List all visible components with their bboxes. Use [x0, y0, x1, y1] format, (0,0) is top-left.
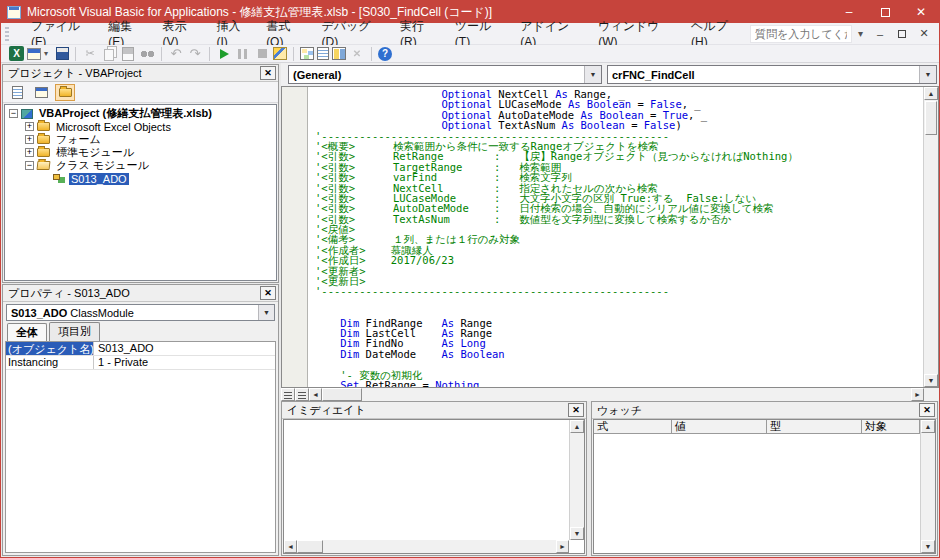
view-code-button[interactable] [7, 84, 27, 101]
properties-object-combo[interactable]: S013_ADO ClassModule ▼ [6, 304, 275, 321]
properties-panel-titlebar[interactable]: プロパティ - S013_ADO ✕ [3, 285, 278, 302]
immediate-panel-titlebar[interactable]: イミディエイト ✕ [282, 402, 586, 419]
immediate-body[interactable]: ▲ ▼ ◄ ► [283, 419, 585, 554]
procedure-combo[interactable]: crFNC_FindCell ▼ [607, 65, 937, 84]
scrollbar-thumb[interactable] [322, 388, 362, 401]
tree-item-label: S013_ADO [69, 173, 129, 185]
view-object-button[interactable] [31, 84, 51, 101]
scrollbar-thumb[interactable] [297, 540, 323, 553]
tree-item[interactable]: −VBAProject (修繕支払管理表.xlsb) [5, 107, 276, 120]
full-module-view-button[interactable] [295, 388, 309, 401]
expand-icon[interactable]: + [25, 122, 34, 131]
close-button[interactable]: ✕ [903, 1, 939, 23]
undo-icon: ↶ [168, 46, 184, 62]
collapse-icon[interactable]: − [25, 161, 34, 170]
menu-bar: ファイル(F)編集(E)表示(V)挿入(I)書式(O)デバッグ(D)実行(R)ツ… [1, 23, 939, 45]
expand-icon[interactable]: + [25, 135, 34, 144]
scrollbar-track[interactable] [323, 540, 556, 553]
menu-grip-handle[interactable] [5, 27, 9, 41]
help-icon[interactable]: ? [378, 47, 392, 61]
scrollbar-track[interactable] [362, 388, 911, 401]
tree-item[interactable]: +フォーム [5, 133, 276, 146]
immediate-horizontal-scrollbar[interactable]: ◄ ► [284, 540, 569, 553]
code-line: '---------------------------------------… [315, 286, 921, 296]
scrollbar-thumb[interactable] [925, 101, 937, 135]
watch-vertical-scrollbar[interactable]: ▲ ▼ [920, 420, 935, 553]
mdi-restore-button[interactable] [891, 25, 913, 43]
code-vertical-scrollbar[interactable]: ▲ ▼ [923, 87, 938, 387]
scrollbar-corner [924, 388, 939, 401]
properties-tabs: 全体項目別 [5, 324, 276, 341]
immediate-close-button[interactable]: ✕ [568, 403, 584, 417]
scroll-down-icon[interactable]: ▼ [570, 527, 584, 540]
immediate-vertical-scrollbar[interactable]: ▲ ▼ [569, 420, 584, 540]
view-object-icon [35, 87, 48, 98]
help-search-input[interactable] [750, 25, 852, 43]
folder-icon [37, 148, 50, 157]
mdi-minimize-button[interactable]: – [869, 25, 891, 43]
tab-categorized[interactable]: 項目別 [49, 322, 100, 341]
watch-column-header[interactable]: 型 [767, 420, 862, 433]
watch-body[interactable]: 式値型対象 ▲ ▼ [593, 419, 936, 554]
project-icon [21, 109, 33, 119]
standard-toolbar: X▾✂↶↷✕? [1, 45, 939, 63]
code-editor[interactable]: Optional NextCell As Range, _ Optional L… [281, 86, 939, 388]
object-browser-icon[interactable] [332, 47, 346, 60]
combo-dropdown-icon[interactable]: ▼ [584, 66, 601, 83]
folder-icon [37, 135, 50, 144]
scroll-left-icon[interactable]: ◄ [309, 388, 322, 401]
collapse-icon[interactable]: − [9, 109, 18, 118]
code-text[interactable]: Optional NextCell As Range, _ Optional L… [315, 89, 921, 387]
project-close-button[interactable]: ✕ [260, 66, 276, 80]
scroll-right-icon[interactable]: ► [911, 388, 924, 401]
view-excel-icon[interactable]: X [9, 46, 24, 61]
scroll-right-icon[interactable]: ► [556, 540, 569, 553]
code-margin-indicator-bar[interactable] [282, 87, 308, 387]
folder-open-icon [37, 161, 51, 170]
project-explorer-panel: プロジェクト - VBAProject ✕ −VBAProject (修繕支払管… [2, 64, 279, 283]
code-horizontal-scrollbar[interactable]: ◄ ► [281, 388, 939, 401]
procedure-view-button[interactable] [281, 388, 295, 401]
object-combo[interactable]: (General) ▼ [288, 65, 602, 84]
scroll-down-icon[interactable]: ▼ [924, 374, 938, 387]
watch-column-header[interactable]: 対象 [862, 420, 920, 433]
combo-dropdown-icon[interactable]: ▼ [258, 305, 274, 320]
tree-item[interactable]: −クラス モジュール [5, 159, 276, 172]
watch-close-button[interactable]: ✕ [919, 403, 935, 417]
project-panel-titlebar[interactable]: プロジェクト - VBAProject ✕ [3, 65, 278, 82]
minimize-button[interactable]: – [831, 1, 867, 23]
tree-item[interactable]: S013_ADO [5, 172, 276, 185]
watch-column-header[interactable]: 式 [594, 420, 672, 433]
expand-icon[interactable]: + [25, 148, 34, 157]
property-value[interactable]: 1 - Private [94, 356, 152, 369]
property-name[interactable]: (オブジェクト名) [6, 342, 94, 355]
combo-dropdown-icon[interactable]: ▼ [919, 66, 936, 83]
property-row[interactable]: (オブジェクト名)S013_ADO [6, 342, 275, 356]
property-row[interactable]: Instancing1 - Private [6, 356, 275, 370]
scroll-left-icon[interactable]: ◄ [284, 540, 297, 553]
run-icon[interactable] [216, 46, 232, 62]
properties-window-icon[interactable] [317, 47, 329, 60]
tab-alphabetic[interactable]: 全体 [7, 323, 47, 342]
tree-item[interactable]: +Microsoft Excel Objects [5, 120, 276, 133]
search-dropdown-icon[interactable]: ▾ [852, 28, 869, 39]
scroll-up-icon[interactable]: ▲ [570, 420, 584, 433]
toggle-folders-button[interactable] [55, 84, 75, 101]
scroll-up-icon[interactable]: ▲ [921, 420, 935, 433]
properties-close-button[interactable]: ✕ [260, 286, 276, 300]
project-explorer-icon[interactable] [300, 47, 314, 60]
dropdown-caret-icon[interactable]: ▾ [44, 49, 53, 58]
watch-panel-titlebar[interactable]: ウォッチ ✕ [592, 402, 937, 419]
maximize-button[interactable] [867, 1, 903, 23]
property-name[interactable]: Instancing [6, 356, 94, 369]
scroll-down-icon[interactable]: ▼ [921, 540, 935, 553]
design-mode-icon[interactable] [273, 47, 287, 60]
save-icon[interactable] [56, 47, 69, 60]
code-line: Set RetRange = Nothing [315, 380, 921, 387]
insert-userform-icon[interactable] [27, 48, 41, 60]
property-value[interactable]: S013_ADO [94, 342, 158, 355]
scroll-up-icon[interactable]: ▲ [924, 87, 938, 100]
watch-column-header[interactable]: 値 [672, 420, 767, 433]
toolbar-separator [75, 47, 76, 61]
mdi-close-button[interactable]: ✕ [913, 25, 935, 43]
